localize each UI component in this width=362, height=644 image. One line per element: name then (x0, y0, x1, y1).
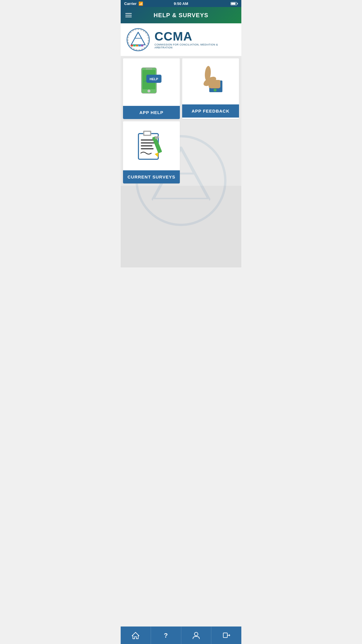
ccma-title: CCMA (154, 30, 236, 43)
current-surveys-card[interactable]: CURRENT SURVEYS (123, 121, 180, 183)
app-help-label: APP HELP (123, 106, 180, 119)
page-title: HELP & SURVEYS (154, 12, 208, 19)
app-feedback-label: APP FEEDBACK (182, 104, 239, 118)
app-help-icon-area: HELP (123, 58, 180, 106)
app-feedback-card[interactable]: APP FEEDBACK (182, 58, 239, 119)
svg-rect-8 (138, 45, 141, 47)
status-left: Carrier 📶 (124, 1, 143, 6)
svg-text:HELP: HELP (150, 77, 158, 81)
clipboard-icon (136, 128, 167, 163)
help-phone-icon: HELP (137, 65, 166, 99)
svg-rect-7 (136, 45, 138, 47)
current-surveys-icon-area (123, 121, 180, 170)
svg-line-2 (135, 32, 138, 38)
status-right (231, 2, 238, 5)
carrier-label: Carrier (124, 1, 137, 6)
svg-line-3 (138, 32, 142, 38)
ccma-logo-image (126, 28, 150, 51)
svg-rect-34 (144, 132, 150, 135)
ccma-text-area: CCMA COMMISSION FOR CONCILIATION, MEDIAT… (154, 30, 236, 49)
svg-rect-38 (141, 148, 154, 149)
svg-point-19 (147, 90, 150, 92)
svg-point-25 (214, 89, 217, 92)
status-bar: Carrier 📶 9:50 AM (121, 0, 241, 7)
svg-rect-16 (153, 199, 209, 206)
app-help-card[interactable]: HELP APP HELP (123, 58, 180, 119)
svg-rect-36 (141, 142, 156, 144)
svg-rect-37 (141, 145, 152, 146)
cards-grid: HELP APP HELP (121, 56, 241, 186)
ccma-subtitle: COMMISSION FOR CONCILIATION, MEDIATION &… (154, 43, 236, 49)
app-header: HELP & SURVEYS (121, 7, 241, 23)
thumbs-up-icon (195, 65, 227, 97)
logo-area: CCMA COMMISSION FOR CONCILIATION, MEDIAT… (121, 23, 241, 56)
menu-button[interactable] (125, 13, 132, 17)
svg-rect-6 (133, 45, 136, 47)
main-content: HELP APP HELP (121, 56, 241, 267)
status-time: 9:50 AM (174, 1, 188, 6)
current-surveys-label: CURRENT SURVEYS (123, 170, 180, 183)
svg-rect-20 (146, 69, 152, 69)
svg-rect-5 (131, 45, 133, 47)
wifi-icon: 📶 (138, 1, 143, 6)
battery-icon (231, 2, 238, 5)
svg-rect-31 (209, 80, 220, 88)
svg-rect-9 (141, 45, 143, 47)
logo-svg (126, 28, 150, 51)
app-feedback-icon-area (182, 58, 239, 104)
